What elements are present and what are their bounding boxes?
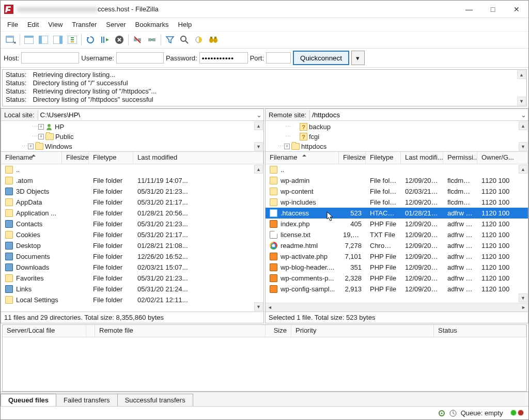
file-row[interactable]: CookiesFile folder05/31/20 21:17...	[1, 229, 263, 240]
menu-file[interactable]: File	[3, 19, 23, 30]
menu-edit[interactable]: Edit	[23, 19, 43, 30]
local-path-input[interactable]	[38, 109, 254, 120]
scroll-down-icon[interactable]: ▼	[517, 97, 526, 105]
col-size[interactable]: Size	[266, 325, 291, 337]
file-row[interactable]: readme.html7,278Chrome ...12/09/20 1...a…	[266, 240, 528, 251]
clock-icon[interactable]	[449, 410, 457, 417]
file-row[interactable]: wp-blog-header....351PHP File12/09/20 1.…	[266, 262, 528, 273]
message-log[interactable]: ▲ Status:Retrieving directory listing...…	[2, 69, 527, 106]
scroll-down-icon[interactable]: ▼	[519, 293, 527, 302]
menu-help[interactable]: Help	[174, 19, 197, 30]
quickconnect-dropdown[interactable]: ▾	[351, 51, 365, 65]
maximize-button[interactable]: □	[481, 2, 505, 17]
tree-item[interactable]: ⋯?fcgi	[266, 132, 528, 142]
disconnect-icon[interactable]	[131, 34, 144, 46]
scroll-right-icon[interactable]: ►	[519, 305, 528, 310]
quickconnect-button[interactable]: Quickconnect	[293, 51, 349, 65]
tab-queued-files[interactable]: Queued files	[1, 394, 56, 406]
file-row[interactable]: wp-adminFile folder12/09/20 1...flcdmpe …	[266, 175, 528, 186]
remote-file-list[interactable]: Filename Filesize Filetype Last modifi..…	[266, 152, 528, 312]
file-row[interactable]: LinksFile folder05/31/20 21:24...	[1, 284, 263, 294]
remote-tree[interactable]: ▲ ▼ ⋯?backup⋯?fcgi⋯+httpdocs	[266, 121, 528, 152]
file-row[interactable]: .htaccess523HTACCE...01/28/21 1...adfrw …	[266, 208, 528, 219]
scroll-left-icon[interactable]: ◄	[266, 305, 274, 310]
password-input[interactable]	[199, 52, 248, 64]
file-row[interactable]: AppDataFile folder05/31/20 21:17...	[1, 197, 263, 208]
file-row[interactable]: DesktopFile folder01/28/21 21:08...	[1, 240, 263, 251]
menu-transfer[interactable]: Transfer	[67, 19, 101, 30]
expand-icon[interactable]: +	[28, 144, 34, 149]
file-row[interactable]: ContactsFile folder05/31/20 21:23...	[1, 219, 263, 229]
site-manager-icon[interactable]	[4, 34, 18, 46]
local-file-list[interactable]: Filename Filesize Filetype Last modified…	[1, 152, 263, 312]
compare-icon[interactable]	[192, 34, 206, 46]
file-row[interactable]: index.php405PHP File12/09/20 1...adfrw (…	[266, 219, 528, 229]
host-input[interactable]	[21, 52, 79, 64]
file-row[interactable]: wp-comments-p...2,328PHP File12/09/20 1.…	[266, 273, 528, 284]
col-remote-file[interactable]: Remote file	[95, 325, 266, 337]
expand-icon[interactable]: +	[38, 134, 44, 139]
scroll-up-icon[interactable]: ▲	[254, 165, 263, 174]
tab-successful-transfers[interactable]: Successful transfers	[117, 394, 193, 406]
username-input[interactable]	[116, 52, 164, 64]
transfer-queue[interactable]: Server/Local file Remote file Size Prior…	[2, 324, 527, 392]
cancel-icon[interactable]	[113, 34, 126, 46]
file-row[interactable]: ..	[266, 164, 528, 175]
gear-icon[interactable]	[438, 410, 445, 417]
col-filesize[interactable]: Filesize	[339, 152, 366, 164]
close-button[interactable]: ✕	[505, 2, 528, 17]
tree-item[interactable]: ⋯+Public	[1, 132, 263, 142]
col-priority[interactable]: Priority	[291, 325, 434, 337]
filter-icon[interactable]	[163, 34, 177, 46]
tree-item[interactable]: ⋯+httpdocs	[266, 142, 528, 151]
scroll-down-icon[interactable]: ▼	[254, 142, 263, 151]
menu-view[interactable]: View	[43, 19, 67, 30]
col-status[interactable]: Status	[434, 325, 526, 337]
scroll-up-icon[interactable]: ▲	[519, 121, 527, 130]
scroll-up-icon[interactable]: ▲	[254, 121, 263, 130]
scroll-up-icon[interactable]: ▲	[519, 165, 527, 174]
tab-failed-transfers[interactable]: Failed transfers	[56, 394, 118, 406]
port-input[interactable]	[266, 52, 291, 64]
refresh-icon[interactable]	[84, 34, 97, 46]
toggle-local-tree-icon[interactable]	[37, 34, 50, 46]
file-row[interactable]: DocumentsFile folder12/26/20 16:52...	[1, 251, 263, 262]
col-owner[interactable]: Owner/G...	[477, 152, 528, 164]
toggle-log-icon[interactable]	[22, 34, 36, 46]
local-tree[interactable]: ▲ ▼ ⋯+HP⋯+Public⋯+Windows	[1, 121, 263, 152]
minimize-button[interactable]: —	[457, 2, 481, 17]
col-permissions[interactable]: Permissi...	[443, 152, 477, 164]
menu-server[interactable]: Server	[101, 19, 130, 30]
file-row[interactable]: FavoritesFile folder05/31/20 21:23...	[1, 273, 263, 284]
file-row[interactable]: 3D ObjectsFile folder05/31/20 21:23...	[1, 186, 263, 197]
file-row[interactable]: wp-includesFile folder12/09/20 1...flcdm…	[266, 197, 528, 208]
binoculars-icon[interactable]	[207, 34, 220, 46]
file-row[interactable]: Application ...File folder01/28/21 20:56…	[1, 208, 263, 219]
scroll-up-icon[interactable]: ▲	[517, 70, 526, 79]
file-row[interactable]: license.txt19,915TXT File12/09/20 1...ad…	[266, 229, 528, 240]
col-filesize[interactable]: Filesize	[62, 152, 89, 164]
col-filetype[interactable]: Filetype	[366, 152, 401, 164]
expand-icon[interactable]: +	[38, 124, 44, 130]
toggle-remote-tree-icon[interactable]	[51, 34, 65, 46]
remote-path-drop-icon[interactable]: ⌄	[519, 111, 528, 119]
scroll-down-icon[interactable]: ▼	[519, 142, 527, 151]
file-row[interactable]: Local SettingsFile folder02/02/21 12:11.…	[1, 294, 263, 305]
file-row[interactable]: ..	[1, 164, 263, 175]
search-icon[interactable]	[178, 34, 191, 46]
col-server-local[interactable]: Server/Local file	[3, 325, 86, 337]
scroll-down-icon[interactable]: ▼	[254, 302, 263, 311]
menu-bookmarks[interactable]: Bookmarks	[131, 19, 174, 30]
col-filename[interactable]: Filename	[1, 152, 62, 164]
tree-item[interactable]: ⋯?backup	[266, 122, 528, 132]
expand-icon[interactable]: +	[284, 144, 290, 149]
toggle-queue-icon[interactable]	[66, 34, 79, 46]
col-direction[interactable]	[86, 325, 95, 337]
file-row[interactable]: DownloadsFile folder02/03/21 15:07...	[1, 262, 263, 273]
file-row[interactable]: .atomFile folder11/11/19 14:07...	[1, 175, 263, 186]
file-row[interactable]: wp-contentFile folder02/03/21 1...flcdmp…	[266, 186, 528, 197]
tree-item[interactable]: ⋯+HP	[1, 122, 263, 132]
col-filename[interactable]: Filename	[266, 152, 339, 164]
local-path-drop-icon[interactable]: ⌄	[254, 111, 263, 119]
col-modified[interactable]: Last modifi...	[401, 152, 443, 164]
